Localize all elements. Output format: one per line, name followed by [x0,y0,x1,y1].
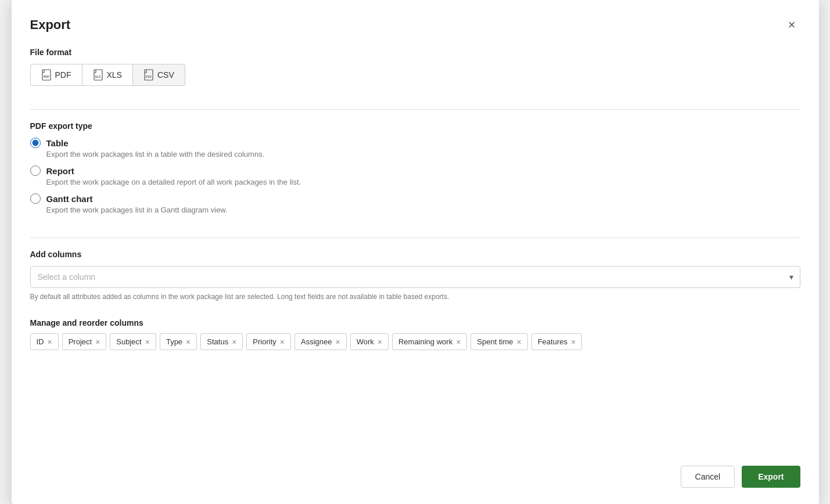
column-tag-remove-remaining_work[interactable]: × [456,338,461,346]
column-tag-remove-features[interactable]: × [571,338,576,346]
radio-item-table: Table Export the work packages list in a… [30,138,800,159]
radio-table[interactable] [30,138,41,148]
manage-columns-label: Manage and reorder columns [30,318,800,327]
column-tag-priority: Priority× [246,333,291,350]
radio-label-row-table: Table [30,138,800,148]
radio-group: Table Export the work packages list in a… [30,138,800,214]
column-tag-status: Status× [200,333,243,350]
column-tag-remove-status[interactable]: × [232,338,236,346]
select-wrapper: Select a column ▾ [30,266,800,288]
radio-label-row-gantt: Gantt chart [30,193,800,204]
column-tag-project: Project× [62,333,107,350]
format-btn-pdf[interactable]: PDF PDF [30,64,82,86]
radio-label-row-report: Report [30,165,800,176]
column-tag-label-remaining_work: Remaining work [398,337,452,346]
radio-desc-report: Export the work package on a detailed re… [46,178,800,186]
radio-label-report[interactable]: Report [46,166,74,176]
radio-desc-gantt: Export the work packages list in a Gantt… [46,206,800,214]
column-tag-features: Features× [531,333,583,350]
svg-text:PDF: PDF [44,75,49,78]
format-csv-label: CSV [157,70,174,80]
dialog-footer: Cancel Export [30,452,800,488]
manage-columns-section: Manage and reorder columns ID×Project×Su… [30,318,800,350]
column-tag-label-subject: Subject [116,337,141,346]
columns-tags: ID×Project×Subject×Type×Status×Priority×… [30,333,800,350]
divider-1 [30,109,800,110]
column-tag-remove-assignee[interactable]: × [335,338,340,346]
add-columns-label: Add columns [30,250,800,259]
export-button[interactable]: Export [742,466,800,488]
column-tag-label-assignee: Assignee [301,337,332,346]
column-tag-remaining_work: Remaining work× [392,333,467,350]
column-tag-subject: Subject× [110,333,156,350]
divider-2 [30,237,800,238]
column-tag-remove-priority[interactable]: × [280,338,285,346]
column-tag-remove-type[interactable]: × [186,338,191,346]
column-tag-label-project: Project [69,337,92,346]
format-pdf-label: PDF [55,70,71,80]
close-button[interactable]: × [784,16,800,34]
radio-report[interactable] [30,165,41,176]
xls-icon: XLS [93,69,103,81]
export-type-section: PDF export type Table Export the work pa… [30,121,800,214]
cancel-button[interactable]: Cancel [681,466,735,488]
radio-desc-table: Export the work packages list in a table… [46,150,800,159]
svg-text:XLS: XLS [95,75,100,78]
column-tag-remove-id[interactable]: × [48,338,52,346]
column-tag-label-priority: Priority [253,337,276,346]
format-buttons: PDF PDF XLS XLS [30,64,800,86]
column-tag-work: Work× [350,333,389,350]
radio-label-gantt[interactable]: Gantt chart [46,194,93,204]
column-tag-remove-project[interactable]: × [95,338,100,346]
radio-item-report: Report Export the work package on a deta… [30,165,800,186]
svg-text:CSV: CSV [145,75,152,78]
column-tag-spent_time: Spent time× [470,333,527,350]
column-tag-label-spent_time: Spent time [477,337,513,346]
add-columns-section: Add columns Select a column ▾ By default… [30,250,800,311]
radio-label-table[interactable]: Table [46,138,69,148]
export-type-label: PDF export type [30,121,800,131]
column-tag-label-type: Type [166,337,182,346]
column-tag-assignee: Assignee× [294,333,347,350]
column-tag-label-features: Features [538,337,567,346]
export-dialog: Export × File format PDF PDF [12,0,819,504]
dialog-header: Export × [30,16,800,34]
file-format-label: File format [30,48,800,57]
columns-hint: By default all attributes added as colum… [30,293,800,301]
file-format-section: File format PDF PDF XLS [30,48,800,86]
dialog-title: Export [30,17,71,33]
radio-gantt[interactable] [30,193,41,204]
csv-icon: CSV [143,69,154,81]
column-select[interactable]: Select a column [30,266,800,288]
format-xls-label: XLS [107,70,122,80]
column-tag-remove-subject[interactable]: × [145,338,150,346]
format-btn-csv[interactable]: CSV CSV [132,64,185,86]
column-tag-remove-spent_time[interactable]: × [516,338,521,346]
column-tag-label-status: Status [207,337,228,346]
column-tag-type: Type× [160,333,197,350]
column-tag-label-work: Work [357,337,374,346]
column-tag-label-id: ID [37,337,44,346]
pdf-icon: PDF [41,69,52,81]
column-tag-id: ID× [30,333,59,350]
format-btn-xls[interactable]: XLS XLS [82,64,132,86]
column-tag-remove-work[interactable]: × [378,338,382,346]
radio-item-gantt: Gantt chart Export the work packages lis… [30,193,800,214]
